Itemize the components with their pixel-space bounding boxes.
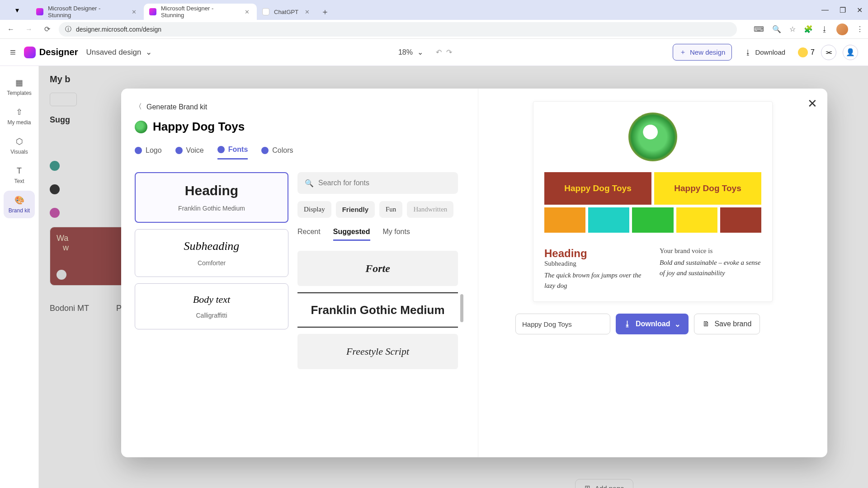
tab-title: Microsoft Designer - Stunning [161,5,238,19]
preview-voice-body: Bold and sustainable – evoke a sense of … [660,258,761,278]
window-minimize-icon[interactable]: — [821,6,829,14]
step-fonts[interactable]: Fonts [217,145,248,160]
back-button[interactable]: 〈 Generate Brand kit [135,102,458,112]
palette-color [588,207,629,233]
tab-1[interactable]: Microsoft Designer - Stunning ✕ [31,4,144,20]
nav-back-icon[interactable]: ← [5,23,17,36]
save-icon: 🗎 [703,320,710,328]
chip-fun[interactable]: Fun [379,201,402,218]
downloads-icon[interactable]: ⭳ [821,25,828,33]
left-rail: ▦Templates ⇧My media ⬡Visuals TText 🎨Bra… [0,66,39,488]
save-label: Save brand [714,320,751,328]
redo-icon[interactable]: ↷ [446,48,452,56]
step-label: Logo [146,146,162,155]
scrollbar-thumb[interactable] [460,294,463,322]
slot-title: Heading [140,183,283,198]
credits-indicator[interactable]: 7 [798,47,815,57]
slot-body[interactable]: Body text Calligraffitti [135,283,288,329]
banner-text: Happy Dog Toys [674,183,741,193]
tab-search-icon[interactable]: ▾ [4,0,31,20]
undo-icon[interactable]: ↶ [436,48,442,56]
window-maximize-icon[interactable]: ❐ [840,6,846,14]
rail-templates[interactable]: ▦Templates [4,73,35,101]
search-icon: 🔍 [305,179,314,188]
font-list[interactable]: Forte Franklin Gothic Medium Freestyle S… [297,251,458,369]
nav-reload-icon[interactable]: ⟳ [41,23,53,36]
preview-palette [544,207,761,233]
brand-name-input[interactable]: Happy Dog Toys [515,314,610,334]
font-option-forte[interactable]: Forte [297,251,458,286]
chevron-left-icon: 〈 [135,102,142,112]
modal-left-panel: 〈 Generate Brand kit Happy Dog Toys Logo… [121,89,478,457]
close-icon[interactable]: ✕ [807,97,817,111]
zoom-value[interactable]: 18% [398,48,413,56]
tab-suggested[interactable]: Suggested [333,228,370,241]
design-name-dropdown[interactable]: Unsaved design ⌄ [86,47,152,57]
new-tab-button[interactable]: ＋ [317,4,333,20]
preview-voice-label: Your brand voice is [660,247,761,255]
brand-preview: Happy Dog Toys Happy Dog Toys Heading [533,101,773,302]
font-option-franklin[interactable]: Franklin Gothic Medium [297,292,458,328]
rail-visuals[interactable]: ⬡Visuals [4,132,35,160]
rail-brandkit[interactable]: 🎨Brand kit [4,191,35,218]
save-brand-button[interactable]: 🗎 Save brand [694,314,760,334]
input-value: Happy Dog Toys [522,320,572,328]
step-voice[interactable]: Voice [175,145,204,160]
font-picker: 🔍 Search for fonts Display Friendly Fun … [297,172,458,369]
extensions-icon[interactable]: 🧩 [804,25,813,33]
profile-avatar[interactable] [836,23,848,35]
address-bar[interactable]: ⓘ designer.microsoft.com/design [59,22,737,37]
design-name-label: Unsaved design [86,48,141,57]
site-info-icon[interactable]: ⓘ [65,25,71,33]
account-icon[interactable]: 👤 [843,45,858,60]
favicon-icon [36,8,43,15]
download-brand-button[interactable]: ⭳ Download ⌄ [616,314,689,334]
canvas: My b Sugg Waw Bodoni MT Playfair Display… [39,66,868,488]
zoom-icon[interactable]: 🔍 [772,25,781,33]
chip-handwritten[interactable]: Handwritten [407,201,453,218]
brandkit-icon: 🎨 [14,195,24,205]
tab-myfonts[interactable]: My fonts [383,228,410,241]
close-icon[interactable]: ✕ [243,9,251,15]
slot-title: Body text [140,294,283,305]
rail-mymedia[interactable]: ⇧My media [4,103,35,130]
preview-body: The quick brown fox jumps over the lazy … [544,270,646,291]
hamburger-icon[interactable]: ≡ [10,47,16,58]
font-search-input[interactable]: 🔍 Search for fonts [297,172,458,194]
font-source-tabs: Recent Suggested My fonts [297,228,458,241]
chip-display[interactable]: Display [297,201,331,218]
share-icon[interactable]: ⫘ [821,45,836,60]
slot-heading[interactable]: Heading Franklin Gothic Medium [135,172,288,223]
preview-subheading: Subheading [544,260,646,267]
brand-name: Happy Dog Toys [153,120,245,134]
check-icon [135,147,142,154]
download-icon: ⭳ [745,48,751,56]
tab-recent[interactable]: Recent [297,228,321,241]
close-icon[interactable]: ✕ [303,9,311,15]
rail-label: Text [14,178,24,184]
step-label: Fonts [228,145,248,154]
search-placeholder: Search for fonts [318,179,369,187]
bookmark-icon[interactable]: ☆ [789,25,796,33]
new-design-button[interactable]: ＋ New design [673,44,732,61]
install-app-icon[interactable]: ⌨ [754,25,764,33]
chevron-down-icon: ⌄ [146,47,152,57]
window-close-icon[interactable]: ✕ [857,6,863,14]
preview-typography: Heading Subheading The quick brown fox j… [544,247,646,291]
palette-color [720,207,761,233]
preview-heading: Heading [544,247,646,260]
step-colors[interactable]: Colors [261,145,293,160]
rail-text[interactable]: TText [4,161,35,189]
tab-2[interactable]: Microsoft Designer - Stunning ✕ [144,4,257,20]
tab-3[interactable]: ChatGPT ✕ [257,4,317,20]
font-option-freestyle[interactable]: Freestyle Script [297,334,458,369]
download-button[interactable]: ⭳ Download [738,45,792,60]
plus-icon: ＋ [679,48,686,56]
kebab-menu-icon[interactable]: ⋮ [856,25,863,33]
slot-subheading[interactable]: Subheading Comforter [135,229,288,277]
step-logo[interactable]: Logo [135,145,162,160]
close-icon[interactable]: ✕ [130,9,138,15]
chevron-down-icon[interactable]: ⌄ [417,48,423,56]
app-logo[interactable]: Designer [24,47,78,58]
chip-friendly[interactable]: Friendly [336,201,375,218]
